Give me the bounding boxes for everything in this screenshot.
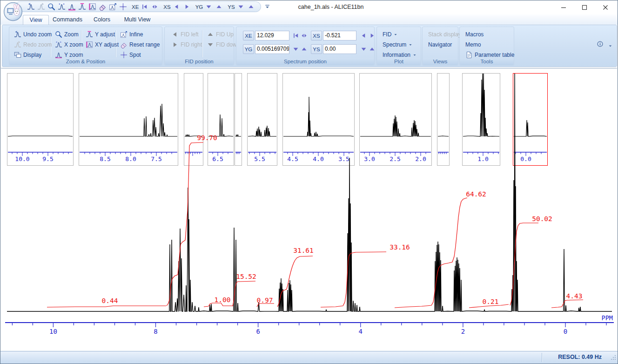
panel-trace [8,136,73,136]
qat-y-zoom-icon[interactable] [67,2,77,11]
resolution-readout: RESOL: 0.49 Hz [558,354,602,360]
spectrum-panel[interactable]: 10.09.5 [7,73,74,166]
ribbon-button-spectrum[interactable]: Spectrum [381,40,415,49]
spot-icon [120,51,128,59]
document-icon [465,51,473,59]
ribbon-button-y-adjust[interactable]: Y adjust [84,30,117,39]
qat-x-zoom-icon[interactable] [57,2,67,11]
field-ys-input[interactable]: 0.00 [323,44,356,54]
ribbon-button-label: Parameter table [475,52,514,58]
qat-xe-skip-start-icon[interactable] [140,2,149,11]
field-yg-up-tri-icon[interactable] [300,44,308,54]
spectrum-panel[interactable]: 5.5 [247,73,277,166]
ribbon-button-reset-range[interactable]: Reset range [118,40,161,49]
ribbon-button-fid-left: FID left [169,30,201,39]
qat-yg-up-tri-icon[interactable] [214,2,224,11]
title-bar: XEXSYGYS cahe_1h.als - ALICE11bn [0,0,618,14]
close-icon [602,4,609,11]
panel-ppm-label: 6.5 [212,155,223,162]
qat-zoom-icon[interactable] [47,2,56,11]
qat-label-yg: YG [195,4,203,10]
ribbon-button-xy-adjust[interactable]: XY adjust [84,40,121,49]
field-xs-right-tri-icon[interactable] [368,31,376,40]
qat-spot-icon[interactable] [118,2,128,11]
close-button[interactable] [595,0,616,14]
minimize-button[interactable] [553,0,574,14]
spectrum-panel[interactable]: 4.54.03.5 [282,73,355,166]
qat-xs-left-tri-icon[interactable] [172,2,181,11]
qat-label-xe: XE [132,4,139,10]
qat-xy-adjust-icon[interactable] [87,2,97,11]
tab-view[interactable]: View [23,15,49,25]
ribbon-button-label: Memo [465,41,481,48]
h-pair-icon [151,3,158,10]
field-xs-input[interactable]: -0.521 [323,31,356,40]
field-ys-down-tri-icon[interactable] [359,44,368,54]
ribbon-button-macros[interactable]: Macros [464,30,485,39]
tab-colors[interactable]: Colors [88,15,116,24]
field-xs-left-tri-icon[interactable] [359,31,368,40]
y-zoom-icon [68,3,76,11]
qat-ys-down-tri-icon[interactable] [236,2,246,11]
spectrum-panel-selected[interactable]: 0.0 [513,73,548,166]
qat-infine-icon[interactable] [108,2,118,11]
panel-trace [80,104,177,136]
panel-trace [283,97,354,136]
ribbon-button-infine[interactable]: Infine [118,30,145,39]
maximize-button[interactable] [574,0,595,14]
zoom-icon [55,31,62,38]
field-xe-skip-start-icon[interactable] [291,31,300,40]
qat-xs-right-tri-icon[interactable] [182,2,192,11]
ribbon-button-x-zoom[interactable]: X zoom [53,40,85,49]
y-adjust-icon [78,3,86,11]
qat-ys-up-tri-icon[interactable] [246,2,256,11]
tab-commands[interactable]: Commands [49,15,86,24]
spectrum-panel[interactable]: 1.0 [462,73,500,166]
resize-grip[interactable] [610,354,617,363]
info-button[interactable] [597,40,604,49]
field-xe-label: XE [243,31,254,40]
ribbon-button-fid[interactable]: FID [381,30,400,39]
qat-y-adjust-icon[interactable] [77,2,87,11]
panel-ppm-label: 4.5 [287,155,298,162]
down-tri-icon [205,3,212,10]
ribbon-button-label: FID Up [216,31,234,38]
field-yg-down-tri-icon[interactable] [291,44,300,54]
field-xs-label: XS [311,31,322,40]
ribbon-button-navigator[interactable]: Navigator [426,40,454,49]
qat-undo-zoom-icon[interactable] [26,2,36,11]
spectrum-panel[interactable] [184,73,203,166]
ribbon-button-label: FID right [181,41,202,48]
ribbon-button-label: Spectrum [383,41,406,48]
spectrum-panel[interactable] [235,73,242,166]
ribbon-button-label: FID left [181,31,199,38]
field-xe-input[interactable]: 12.029 [255,31,289,40]
app-button[interactable] [3,2,23,21]
ribbon-button-label: Zoom [64,31,79,38]
menu-caret-icon [412,53,417,57]
ribbon-button-zoom[interactable]: Zoom [53,30,81,39]
panel-ppm-label: 5.5 [254,155,265,162]
panel-ppm-label: 4.0 [313,155,323,162]
menu-caret-icon [408,42,413,47]
field-yg-input[interactable]: 0.0051697094 [255,44,289,54]
qat-more-button[interactable] [264,3,271,12]
tab-multi-view[interactable]: Multi View [118,15,157,24]
qat-xe-h-pair-icon[interactable] [150,2,160,11]
ribbon-button-undo-zoom[interactable]: Undo zoom [12,30,54,39]
y-adjust-icon [86,31,93,38]
field-xe-h-pair-icon[interactable] [300,31,308,40]
spectrum-panel[interactable]: 3.02.52.0 [359,73,432,166]
panel-trace [463,73,499,136]
spectrum-panel[interactable]: 8.58.07.5 [79,73,178,166]
ribbon-button-label: Information [383,52,410,58]
field-ys-up-tri-icon[interactable] [368,44,376,54]
ribbon-options-caret[interactable] [608,42,613,50]
spectrum-panel[interactable]: 6.5 [208,73,234,166]
qat-reset-range-icon[interactable] [98,2,107,11]
group-label: Views [423,58,458,65]
spectrum-panel[interactable] [437,73,450,166]
ribbon-button-memo[interactable]: Memo [464,40,483,49]
down-tri-icon [292,46,299,53]
qat-yg-down-tri-icon[interactable] [204,2,214,11]
